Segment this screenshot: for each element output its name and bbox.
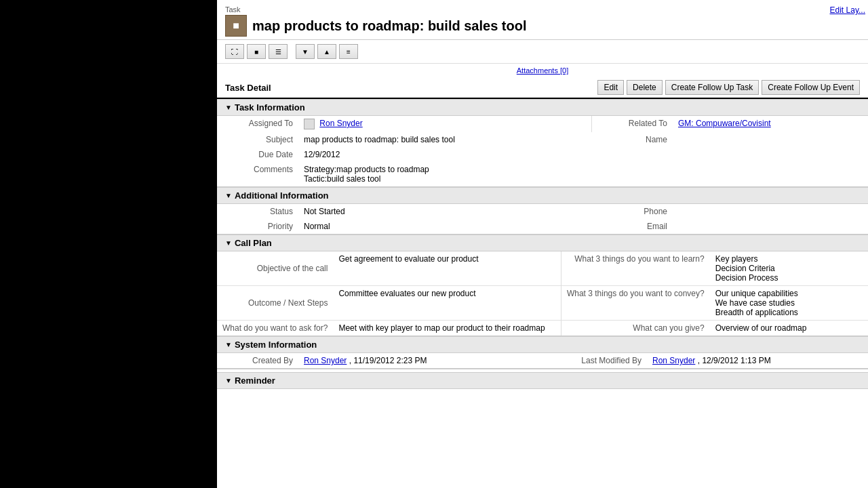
toolbar-btn-2[interactable]: ■ [247, 44, 266, 59]
table-row: Objective of the call Get agreement to e… [217, 251, 868, 286]
toolbar-icon-6: ≡ [347, 48, 351, 56]
table-row: Status Not Started Phone [217, 204, 868, 219]
learn-label: What 3 things do you want to learn? [561, 251, 709, 286]
created-by-date: , 11/19/2012 2:23 PM [349, 356, 427, 365]
assigned-to-value: Ron Snyder [298, 116, 591, 132]
system-information-table: Created By Ron Snyder , 11/19/2012 2:23 … [217, 353, 868, 368]
reminder-title: Reminder [235, 375, 275, 386]
task-information-header: ▼ Task Information [217, 99, 868, 116]
create-follow-up-task-button[interactable]: Create Follow Up Task [665, 80, 760, 95]
table-row: Created By Ron Snyder , 11/19/2012 2:23 … [217, 353, 868, 368]
learn-value: Key players Decision Criteria Decision P… [710, 251, 868, 286]
comments-line2: Tactic:build sales tool [304, 174, 586, 184]
convey-value: Our unique capabilities We have case stu… [710, 286, 868, 321]
convey-label: What 3 things do you want to convey? [561, 286, 709, 321]
page-title: ■ map products to roadmap: build sales t… [225, 15, 860, 37]
reminder-section: ▼ Reminder [217, 369, 868, 392]
created-by-label: Created By [217, 353, 298, 368]
edit-button[interactable]: Edit [597, 80, 624, 95]
create-follow-up-event-button[interactable]: Create Follow Up Event [762, 80, 860, 95]
related-to-link[interactable]: GM: Compuware/Covisint [678, 119, 771, 128]
task-information-title: Task Information [235, 102, 305, 113]
outcome-label: Outcome / Next Steps [217, 286, 333, 321]
last-modified-value: Ron Snyder , 12/9/2012 1:13 PM [647, 353, 868, 368]
table-row: Outcome / Next Steps Committee evaluates… [217, 286, 868, 321]
assigned-to-label: Assigned To [217, 116, 298, 132]
toolbar-btn-4[interactable]: ▼ [296, 44, 315, 59]
system-information-header: ▼ System Information [217, 336, 868, 353]
due-date-value: 12/9/2012 [298, 147, 591, 162]
status-value: Not Started [298, 204, 591, 219]
ask-value: Meet with key player to map our product … [333, 321, 561, 336]
call-plan-title: Call Plan [235, 238, 272, 248]
email-value [673, 219, 868, 234]
attachments-row: Attachments [0] [217, 64, 868, 77]
additional-information-title: Additional Information [235, 190, 329, 201]
last-modified-label: Last Modified By [559, 353, 647, 368]
comments-line1: Strategy:map products to roadmap [304, 165, 586, 174]
additional-information-table: Status Not Started Phone Priority Normal… [217, 204, 868, 234]
toolbar-icon-3: ☰ [275, 48, 281, 56]
toolbar-btn-3[interactable]: ☰ [269, 44, 288, 59]
subject-label: Subject [217, 132, 298, 147]
learn-item-1: Key players [715, 254, 863, 264]
last-modified-link[interactable]: Ron Snyder [652, 356, 695, 365]
table-row: What do you want to ask for? Meet with k… [217, 321, 868, 336]
table-row: Assigned To Ron Snyder Related To GM: Co… [217, 116, 868, 132]
assigned-to-link[interactable]: Ron Snyder [319, 119, 362, 128]
edit-layout-link[interactable]: Edit Lay... [830, 5, 868, 15]
related-to-label: Related To [591, 116, 673, 132]
reminder-header: ▼ Reminder [217, 372, 868, 389]
user-avatar-icon [304, 119, 315, 129]
give-value: Overview of our roadmap [710, 321, 868, 336]
name-value [673, 132, 868, 147]
comments-label: Comments [217, 162, 298, 186]
toolbar-btn-5[interactable]: ▲ [317, 44, 336, 59]
task-info-arrow-icon: ▼ [225, 104, 232, 111]
task-information-section: ▼ Task Information Assigned To Ron Snyde… [217, 99, 868, 187]
toolbar-icon-5: ▲ [323, 48, 330, 56]
phone-value [673, 204, 868, 219]
priority-value: Normal [298, 219, 591, 234]
toolbar-btn-1[interactable]: ⛶ [225, 44, 244, 59]
reminder-arrow-icon: ▼ [225, 377, 232, 384]
created-by-link[interactable]: Ron Snyder [304, 356, 347, 365]
table-row: Priority Normal Email [217, 219, 868, 234]
toolbar-icon-4: ▼ [302, 48, 309, 56]
due-date-label: Due Date [217, 147, 298, 162]
phone-label: Phone [591, 204, 673, 219]
convey-item-2: We have case studies [715, 298, 863, 308]
email-label: Email [591, 219, 673, 234]
system-information-title: System Information [235, 340, 317, 350]
task-detail-label: Task Detail [225, 83, 595, 93]
main-container: Edit Lay... Task ■ map products to roadm… [217, 0, 868, 488]
toolbar-icon-1: ⛶ [231, 48, 238, 56]
attachments-link[interactable]: Attachments [0] [517, 66, 568, 75]
task-title-text: map products to roadmap: build sales too… [252, 18, 526, 34]
task-information-table: Assigned To Ron Snyder Related To GM: Co… [217, 116, 868, 186]
system-information-section: ▼ System Information Created By Ron Snyd… [217, 336, 868, 369]
delete-button[interactable]: Delete [627, 80, 663, 95]
objective-label: Objective of the call [217, 251, 333, 286]
page-header: Task ■ map products to roadmap: build sa… [217, 0, 868, 40]
priority-label: Priority [217, 219, 298, 234]
system-info-arrow-icon: ▼ [225, 341, 232, 348]
learn-item-3: Decision Process [715, 273, 863, 283]
last-modified-date: , 12/9/2012 1:13 PM [698, 356, 771, 365]
toolbar-icon-2: ■ [254, 48, 258, 56]
learn-item-2: Decision Criteria [715, 264, 863, 273]
call-plan-section: ▼ Call Plan Objective of the call Get ag… [217, 235, 868, 336]
related-to-value: GM: Compuware/Covisint [673, 116, 868, 132]
additional-information-section: ▼ Additional Information Status Not Star… [217, 187, 868, 235]
outcome-value: Committee evaluates our new product [333, 286, 561, 321]
subject-value: map products to roadmap: build sales too… [298, 132, 591, 147]
objective-value: Get agreement to evaluate our product [333, 251, 561, 286]
ask-label: What do you want to ask for? [217, 321, 333, 336]
status-label: Status [217, 204, 298, 219]
additional-info-arrow-icon: ▼ [225, 192, 232, 199]
task-icon: ■ [225, 15, 247, 37]
toolbar-btn-6[interactable]: ≡ [339, 44, 358, 59]
name-label: Name [591, 132, 673, 147]
table-row: Comments Strategy:map products to roadma… [217, 162, 868, 186]
give-label: What can you give? [561, 321, 709, 336]
